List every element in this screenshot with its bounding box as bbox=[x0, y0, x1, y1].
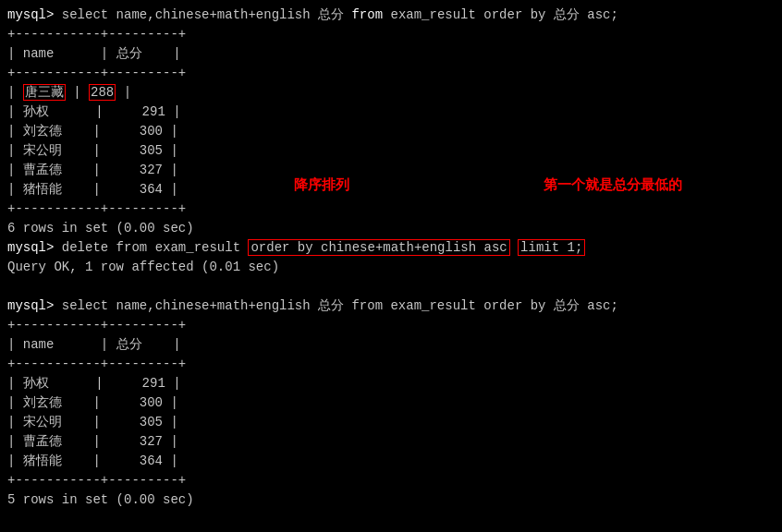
table1-header-sep: +-----------+---------+ bbox=[7, 64, 775, 83]
table1-row-1: | 唐三藏 | 288 | bbox=[7, 83, 775, 103]
table1-header: | name | 总分 | bbox=[7, 44, 775, 64]
row1-name: 唐三藏 bbox=[23, 84, 66, 101]
table1-bottom-sep: +-----------+---------+ bbox=[7, 200, 775, 219]
annotation-lowest: 第一个就是总分最低的 bbox=[544, 176, 682, 194]
table2-bottom-sep: +-----------+---------+ bbox=[7, 471, 775, 490]
prompt2: mysql> bbox=[7, 298, 62, 313]
blank-line bbox=[7, 277, 775, 296]
table1-row-4: | 宋公明 | 305 | bbox=[7, 141, 775, 161]
query1-line: mysql> select name,chinese+math+english … bbox=[7, 6, 775, 25]
delete-prompt: mysql> bbox=[7, 240, 62, 255]
table1-row-2: | 孙权 | 291 | bbox=[7, 103, 775, 122]
delete-space bbox=[510, 240, 518, 255]
table1-rowcount: 6 rows in set (0.00 sec) bbox=[7, 219, 775, 238]
annotation-descending: 降序排列 bbox=[294, 176, 349, 194]
table2-row-3: | 宋公明 | 305 | bbox=[7, 413, 775, 432]
delete-orderby: order by chinese+math+english asc bbox=[248, 239, 509, 256]
table1-row-3: | 刘玄德 | 300 | bbox=[7, 122, 775, 141]
table1-top-sep: +-----------+---------+ bbox=[7, 25, 775, 44]
terminal: mysql> select name,chinese+math+english … bbox=[7, 6, 775, 526]
table2-row-4: | 曹孟德 | 327 | bbox=[7, 432, 775, 452]
query2-line: mysql> select name,chinese+math+english … bbox=[7, 296, 775, 316]
delete-query-line: mysql> delete from exam_result order by … bbox=[7, 238, 775, 258]
table2-header: | name | 总分 | bbox=[7, 335, 775, 355]
table2-row-2: | 刘玄德 | 300 | bbox=[7, 393, 775, 413]
from-keyword: from bbox=[351, 7, 383, 22]
table2-top-sep: +-----------+---------+ bbox=[7, 316, 775, 335]
table2-row-5: | 猪悟能 | 364 | bbox=[7, 452, 775, 471]
delete-cmd-start: delete from exam_result bbox=[62, 240, 249, 255]
delete-limit: limit 1; bbox=[518, 239, 585, 256]
command1: select name,chinese+math+english 总分 bbox=[62, 7, 352, 22]
table2-header-sep: +-----------+---------+ bbox=[7, 355, 775, 374]
command2: select name,chinese+math+english 总分 from… bbox=[62, 298, 618, 313]
delete-result: Query OK, 1 row affected (0.01 sec) bbox=[7, 258, 775, 277]
command1b: exam_result order by 总分 asc; bbox=[383, 7, 618, 22]
table2-row-1: | 孙权 | 291 | bbox=[7, 374, 775, 393]
row1-score: 288 bbox=[89, 84, 116, 101]
prompt1: mysql> bbox=[7, 7, 62, 22]
table2-rowcount: 5 rows in set (0.00 sec) bbox=[7, 490, 775, 510]
